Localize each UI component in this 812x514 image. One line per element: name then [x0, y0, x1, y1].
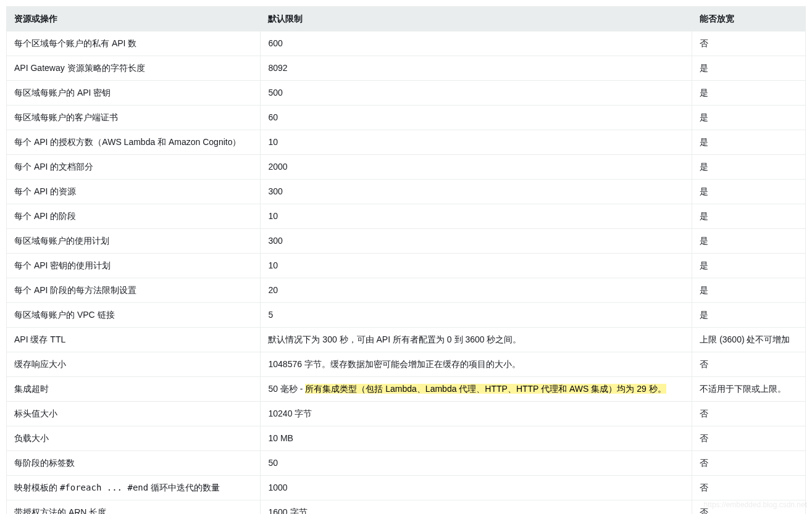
- cell-relax: 是: [692, 229, 806, 254]
- cell-resource: 每个 API 阶段的每方法限制设置: [7, 278, 261, 303]
- cell-relax: 不适用于下限或上限。: [692, 377, 806, 402]
- cell-resource: 每个 API 密钥的使用计划: [7, 254, 261, 278]
- cell-resource: 带授权方法的 ARN 长度: [7, 500, 261, 515]
- cell-limit: 50: [261, 451, 692, 476]
- cell-resource: 每个 API 的资源: [7, 180, 261, 204]
- header-resource: 资源或操作: [7, 7, 261, 31]
- cell-limit: 10: [261, 254, 692, 278]
- cell-relax: 否: [692, 31, 806, 56]
- cell-relax: 是: [692, 81, 806, 106]
- table-row: 映射模板的 #foreach ... #end 循环中迭代的数量 1000 否: [7, 476, 806, 500]
- cell-resource: API Gateway 资源策略的字符长度: [7, 56, 261, 81]
- cell-relax: 是: [692, 106, 806, 130]
- cell-limit: 60: [261, 106, 692, 130]
- table-header-row: 资源或操作 默认限制 能否放宽: [7, 7, 806, 31]
- cell-limit: 50 毫秒 - 所有集成类型（包括 Lambda、Lambda 代理、HTTP、…: [261, 377, 692, 402]
- cell-relax: 否: [692, 476, 806, 500]
- header-relax: 能否放宽: [692, 7, 806, 31]
- cell-relax: 否: [692, 426, 806, 451]
- cell-resource: 每个 API 的文档部分: [7, 155, 261, 180]
- table-row: 每个 API 的阶段 10 是: [7, 204, 806, 229]
- cell-limit: 300: [261, 180, 692, 204]
- table-row: 每个 API 阶段的每方法限制设置 20 是: [7, 278, 806, 303]
- cell-limit: 600: [261, 31, 692, 56]
- cell-relax: 是: [692, 303, 806, 328]
- table-row: 负载大小 10 MB 否: [7, 426, 806, 451]
- table-row: 每阶段的标签数 50 否: [7, 451, 806, 476]
- cell-resource: 每个区域每个账户的私有 API 数: [7, 31, 261, 56]
- cell-resource: 映射模板的 #foreach ... #end 循环中迭代的数量: [7, 476, 261, 500]
- table-row: API 缓存 TTL 默认情况下为 300 秒，可由 API 所有者配置为 0 …: [7, 328, 806, 352]
- cell-resource: 每区域每账户的使用计划: [7, 229, 261, 254]
- cell-relax: 是: [692, 56, 806, 81]
- cell-limit: 10: [261, 130, 692, 155]
- table-row: 每区域每账户的 VPC 链接 5 是: [7, 303, 806, 328]
- cell-resource-prefix: 映射模板的: [14, 483, 60, 492]
- cell-resource: 每区域每账户的客户端证书: [7, 106, 261, 130]
- cell-resource: 每区域每账户的 VPC 链接: [7, 303, 261, 328]
- table-row: API Gateway 资源策略的字符长度 8092 是: [7, 56, 806, 81]
- cell-relax: 否: [692, 352, 806, 377]
- table-row: 每个区域每个账户的私有 API 数 600 否: [7, 31, 806, 56]
- cell-limit: 1000: [261, 476, 692, 500]
- cell-limit: 1600 字节: [261, 500, 692, 515]
- cell-resource: API 缓存 TTL: [7, 328, 261, 352]
- table-row: 每区域每账户的 API 密钥 500 是: [7, 81, 806, 106]
- table-row: 每个 API 的文档部分 2000 是: [7, 155, 806, 180]
- cell-relax: 否: [692, 500, 806, 515]
- cell-relax: 上限 (3600) 处不可增加: [692, 328, 806, 352]
- cell-relax: 是: [692, 278, 806, 303]
- cell-relax: 是: [692, 130, 806, 155]
- cell-limit: 10 MB: [261, 426, 692, 451]
- table-row: 每区域每账户的使用计划 300 是: [7, 229, 806, 254]
- cell-relax: 是: [692, 254, 806, 278]
- cell-resource-suffix: 循环中迭代的数量: [148, 483, 220, 492]
- limits-table: 资源或操作 默认限制 能否放宽 每个区域每个账户的私有 API 数 600 否 …: [6, 6, 806, 514]
- cell-limit: 10: [261, 204, 692, 229]
- cell-limit: 5: [261, 303, 692, 328]
- table-row: 缓存响应大小 1048576 字节。缓存数据加密可能会增加正在缓存的项目的大小。…: [7, 352, 806, 377]
- cell-relax: 否: [692, 402, 806, 426]
- cell-resource: 每阶段的标签数: [7, 451, 261, 476]
- table-row: 带授权方法的 ARN 长度 1600 字节 否: [7, 500, 806, 515]
- cell-limit: 10240 字节: [261, 402, 692, 426]
- cell-limit: 1048576 字节。缓存数据加密可能会增加正在缓存的项目的大小。: [261, 352, 692, 377]
- cell-resource: 负载大小: [7, 426, 261, 451]
- table-row: 每区域每账户的客户端证书 60 是: [7, 106, 806, 130]
- cell-relax: 否: [692, 451, 806, 476]
- table-row: 每个 API 的资源 300 是: [7, 180, 806, 204]
- table-row: 每个 API 密钥的使用计划 10 是: [7, 254, 806, 278]
- cell-limit: 8092: [261, 56, 692, 81]
- cell-resource: 每个 API 的授权方数（AWS Lambda 和 Amazon Cognito…: [7, 130, 261, 155]
- cell-resource: 标头值大小: [7, 402, 261, 426]
- header-limit: 默认限制: [261, 7, 692, 31]
- table-row: 标头值大小 10240 字节 否: [7, 402, 806, 426]
- cell-limit-prefix: 50 毫秒 -: [268, 384, 305, 394]
- cell-resource: 每个 API 的阶段: [7, 204, 261, 229]
- cell-resource: 缓存响应大小: [7, 352, 261, 377]
- table-row: 集成超时 50 毫秒 - 所有集成类型（包括 Lambda、Lambda 代理、…: [7, 377, 806, 402]
- cell-resource-code: #foreach ... #end: [60, 483, 148, 492]
- cell-limit: 300: [261, 229, 692, 254]
- cell-resource: 集成超时: [7, 377, 261, 402]
- cell-resource: 每区域每账户的 API 密钥: [7, 81, 261, 106]
- cell-limit: 默认情况下为 300 秒，可由 API 所有者配置为 0 到 3600 秒之间。: [261, 328, 692, 352]
- cell-limit: 20: [261, 278, 692, 303]
- table-row: 每个 API 的授权方数（AWS Lambda 和 Amazon Cognito…: [7, 130, 806, 155]
- cell-limit: 2000: [261, 155, 692, 180]
- cell-limit: 500: [261, 81, 692, 106]
- highlighted-text: 所有集成类型（包括 Lambda、Lambda 代理、HTTP、HTTP 代理和…: [305, 384, 666, 394]
- cell-relax: 是: [692, 155, 806, 180]
- cell-relax: 是: [692, 180, 806, 204]
- cell-relax: 是: [692, 204, 806, 229]
